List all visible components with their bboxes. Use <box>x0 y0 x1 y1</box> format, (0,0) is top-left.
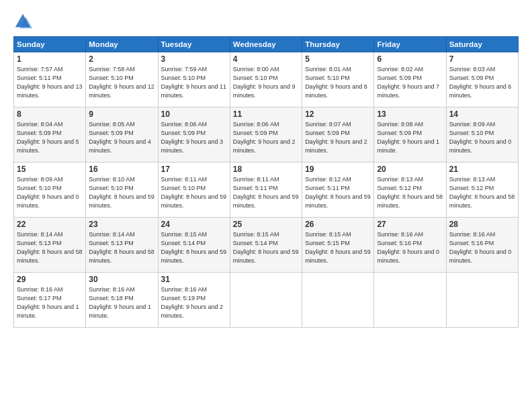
calendar-table: SundayMondayTuesdayWednesdayThursdayFrid… <box>13 36 519 328</box>
day-cell: 3Sunrise: 7:59 AMSunset: 5:10 PMDaylight… <box>158 52 230 107</box>
day-info: Sunrise: 8:14 AMSunset: 5:13 PMDaylight:… <box>89 230 154 265</box>
day-number: 23 <box>89 220 154 229</box>
day-cell: 15Sunrise: 8:09 AMSunset: 5:10 PMDayligh… <box>14 163 86 218</box>
day-cell: 30Sunrise: 8:16 AMSunset: 5:18 PMDayligh… <box>86 273 158 328</box>
day-info: Sunrise: 8:16 AMSunset: 5:19 PMDaylight:… <box>161 285 227 320</box>
day-info: Sunrise: 8:16 AMSunset: 5:18 PMDaylight:… <box>89 285 154 320</box>
day-cell: 4Sunrise: 8:00 AMSunset: 5:10 PMDaylight… <box>230 52 302 107</box>
day-number: 9 <box>89 109 154 119</box>
day-cell: 18Sunrise: 8:11 AMSunset: 5:11 PMDayligh… <box>230 163 302 218</box>
day-number: 20 <box>377 165 443 174</box>
day-info: Sunrise: 8:03 AMSunset: 5:09 PMDaylight:… <box>449 65 515 100</box>
logo <box>13 12 35 31</box>
day-number: 27 <box>377 220 443 229</box>
day-cell: 13Sunrise: 8:08 AMSunset: 5:09 PMDayligh… <box>374 107 446 163</box>
day-info: Sunrise: 8:08 AMSunset: 5:09 PMDaylight:… <box>377 120 443 155</box>
day-header-monday: Monday <box>86 37 158 52</box>
day-number: 28 <box>449 220 515 229</box>
day-info: Sunrise: 8:11 AMSunset: 5:11 PMDaylight:… <box>233 175 299 210</box>
day-cell: 10Sunrise: 8:06 AMSunset: 5:09 PMDayligh… <box>158 107 230 163</box>
day-cell: 23Sunrise: 8:14 AMSunset: 5:13 PMDayligh… <box>86 218 158 273</box>
day-info: Sunrise: 8:15 AMSunset: 5:14 PMDaylight:… <box>233 230 299 265</box>
day-number: 22 <box>17 220 83 229</box>
day-cell: 22Sunrise: 8:14 AMSunset: 5:13 PMDayligh… <box>14 218 86 273</box>
day-cell: 31Sunrise: 8:16 AMSunset: 5:19 PMDayligh… <box>158 273 230 328</box>
day-number: 17 <box>161 165 227 174</box>
day-number: 21 <box>449 165 515 174</box>
day-header-thursday: Thursday <box>302 37 374 52</box>
day-cell <box>374 273 446 328</box>
day-cell: 11Sunrise: 8:06 AMSunset: 5:09 PMDayligh… <box>230 107 302 163</box>
day-cell: 28Sunrise: 8:16 AMSunset: 5:16 PMDayligh… <box>446 218 518 273</box>
day-cell <box>446 273 518 328</box>
day-number: 25 <box>233 220 299 229</box>
day-number: 12 <box>305 109 371 119</box>
day-info: Sunrise: 8:01 AMSunset: 5:10 PMDaylight:… <box>305 65 371 100</box>
day-info: Sunrise: 8:09 AMSunset: 5:10 PMDaylight:… <box>449 120 515 155</box>
day-header-wednesday: Wednesday <box>230 37 302 52</box>
day-number: 5 <box>305 54 371 64</box>
week-row-1: 1Sunrise: 7:57 AMSunset: 5:11 PMDaylight… <box>14 52 519 107</box>
day-info: Sunrise: 8:16 AMSunset: 5:16 PMDaylight:… <box>377 230 443 265</box>
day-info: Sunrise: 7:58 AMSunset: 5:10 PMDaylight:… <box>89 65 154 100</box>
day-number: 18 <box>233 165 299 174</box>
header-row: SundayMondayTuesdayWednesdayThursdayFrid… <box>14 37 519 52</box>
day-info: Sunrise: 8:13 AMSunset: 5:12 PMDaylight:… <box>377 175 443 210</box>
day-info: Sunrise: 7:57 AMSunset: 5:11 PMDaylight:… <box>17 65 83 100</box>
day-header-sunday: Sunday <box>14 37 86 52</box>
day-cell: 19Sunrise: 8:12 AMSunset: 5:11 PMDayligh… <box>302 163 374 218</box>
day-info: Sunrise: 8:07 AMSunset: 5:09 PMDaylight:… <box>305 120 371 155</box>
day-number: 7 <box>449 54 515 64</box>
day-number: 4 <box>233 54 299 64</box>
day-number: 3 <box>161 54 227 64</box>
day-info: Sunrise: 8:05 AMSunset: 5:09 PMDaylight:… <box>89 120 154 155</box>
day-cell: 12Sunrise: 8:07 AMSunset: 5:09 PMDayligh… <box>302 107 374 163</box>
day-info: Sunrise: 8:00 AMSunset: 5:10 PMDaylight:… <box>233 65 299 100</box>
calendar-header: SundayMondayTuesdayWednesdayThursdayFrid… <box>14 37 519 52</box>
day-cell: 17Sunrise: 8:11 AMSunset: 5:10 PMDayligh… <box>158 163 230 218</box>
day-info: Sunrise: 8:12 AMSunset: 5:11 PMDaylight:… <box>305 175 371 210</box>
week-row-4: 22Sunrise: 8:14 AMSunset: 5:13 PMDayligh… <box>14 218 519 273</box>
day-info: Sunrise: 8:04 AMSunset: 5:09 PMDaylight:… <box>17 120 83 155</box>
day-header-tuesday: Tuesday <box>158 37 230 52</box>
day-number: 15 <box>17 165 83 174</box>
day-number: 30 <box>89 275 154 284</box>
day-number: 26 <box>305 220 371 229</box>
day-cell: 6Sunrise: 8:02 AMSunset: 5:09 PMDaylight… <box>374 52 446 107</box>
day-info: Sunrise: 8:13 AMSunset: 5:12 PMDaylight:… <box>449 175 515 210</box>
day-number: 10 <box>161 109 227 119</box>
day-number: 14 <box>449 109 515 119</box>
header <box>13 12 519 31</box>
day-cell: 14Sunrise: 8:09 AMSunset: 5:10 PMDayligh… <box>446 107 518 163</box>
calendar-body: 1Sunrise: 7:57 AMSunset: 5:11 PMDaylight… <box>14 52 519 328</box>
week-row-5: 29Sunrise: 8:16 AMSunset: 5:17 PMDayligh… <box>14 273 519 328</box>
day-info: Sunrise: 8:16 AMSunset: 5:17 PMDaylight:… <box>17 285 83 320</box>
day-cell <box>302 273 374 328</box>
day-number: 24 <box>161 220 227 229</box>
day-info: Sunrise: 8:11 AMSunset: 5:10 PMDaylight:… <box>161 175 227 210</box>
day-cell: 24Sunrise: 8:15 AMSunset: 5:14 PMDayligh… <box>158 218 230 273</box>
day-number: 29 <box>17 275 83 284</box>
day-header-saturday: Saturday <box>446 37 518 52</box>
day-number: 13 <box>377 109 443 119</box>
day-number: 1 <box>17 54 83 64</box>
day-cell: 7Sunrise: 8:03 AMSunset: 5:09 PMDaylight… <box>446 52 518 107</box>
day-cell: 9Sunrise: 8:05 AMSunset: 5:09 PMDaylight… <box>86 107 158 163</box>
day-cell: 27Sunrise: 8:16 AMSunset: 5:16 PMDayligh… <box>374 218 446 273</box>
day-cell: 25Sunrise: 8:15 AMSunset: 5:14 PMDayligh… <box>230 218 302 273</box>
day-cell: 21Sunrise: 8:13 AMSunset: 5:12 PMDayligh… <box>446 163 518 218</box>
day-info: Sunrise: 8:02 AMSunset: 5:09 PMDaylight:… <box>377 65 443 100</box>
day-cell <box>230 273 302 328</box>
day-cell: 1Sunrise: 7:57 AMSunset: 5:11 PMDaylight… <box>14 52 86 107</box>
day-cell: 20Sunrise: 8:13 AMSunset: 5:12 PMDayligh… <box>374 163 446 218</box>
day-number: 19 <box>305 165 371 174</box>
week-row-3: 15Sunrise: 8:09 AMSunset: 5:10 PMDayligh… <box>14 163 519 218</box>
day-number: 2 <box>89 54 154 64</box>
day-info: Sunrise: 7:59 AMSunset: 5:10 PMDaylight:… <box>161 65 227 100</box>
day-info: Sunrise: 8:15 AMSunset: 5:14 PMDaylight:… <box>161 230 227 265</box>
day-header-friday: Friday <box>374 37 446 52</box>
day-info: Sunrise: 8:06 AMSunset: 5:09 PMDaylight:… <box>161 120 227 155</box>
page: SundayMondayTuesdayWednesdayThursdayFrid… <box>0 0 532 411</box>
day-number: 16 <box>89 165 154 174</box>
day-number: 6 <box>377 54 443 64</box>
